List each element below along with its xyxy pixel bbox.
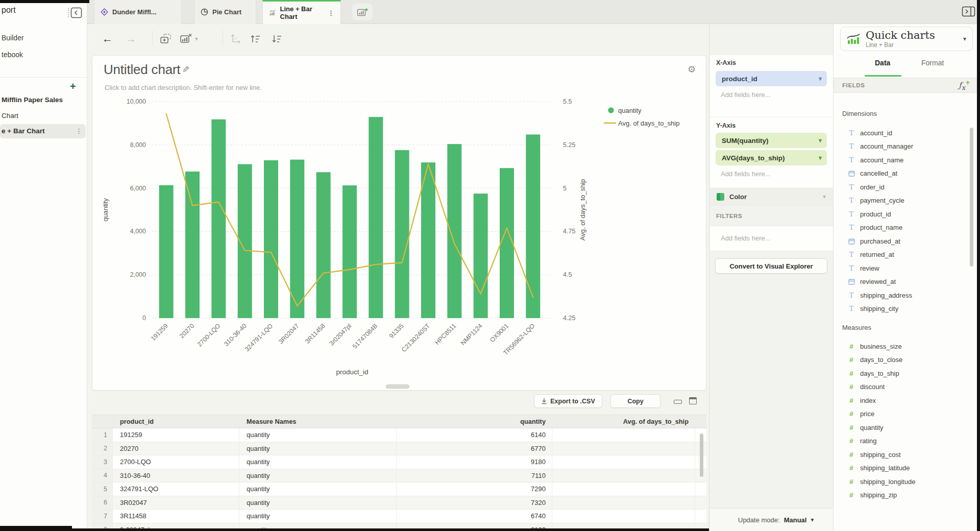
kebab-menu-icon[interactable]: ⋮ xyxy=(76,127,82,135)
tab-dunder-mifflin[interactable]: Dunder Miffl... xyxy=(94,0,182,24)
tab-data[interactable]: Data xyxy=(875,59,890,67)
chevron-down-icon[interactable]: ▾ xyxy=(811,516,814,523)
y-axis-add-fields[interactable]: Add fields here... xyxy=(721,170,771,178)
filters-add-fields[interactable]: Add fields here... xyxy=(721,234,771,242)
table-scrollbar[interactable] xyxy=(700,433,703,477)
sidebar-item-project[interactable]: Mifflin Paper Sales xyxy=(2,96,63,104)
sort-descending-button[interactable] xyxy=(271,32,283,46)
dimension-item[interactable]: Taccount_name xyxy=(834,153,977,167)
measure-name: shipping_cost xyxy=(860,451,901,458)
sort-ascending-button[interactable] xyxy=(249,32,261,46)
table-cell: 191259 xyxy=(113,428,239,442)
add-chart-icon xyxy=(159,33,173,45)
chart-resize-handle[interactable] xyxy=(386,384,409,389)
measure-item[interactable]: #shipping_cost xyxy=(834,448,977,462)
table-row[interactable]: 73R11458quantity6740 xyxy=(92,510,706,523)
dimension-item[interactable]: Tshipping_city xyxy=(834,302,977,316)
table-row[interactable]: 5324791-LQOquantity7290 xyxy=(92,482,706,496)
export-csv-button[interactable]: Export to .CSV xyxy=(534,394,602,408)
results-table[interactable]: product_idMeasure NamesquantityAvg. of d… xyxy=(92,415,706,531)
table-row[interactable]: 220270quantity6770 xyxy=(92,442,706,456)
sidebar-item-line-bar-chart[interactable]: e + Bar Chart ⋮ xyxy=(0,124,86,138)
y-axis-field-pill[interactable]: AVG(days_to_ship) ▾ xyxy=(716,150,827,165)
dimension-item[interactable]: Tshipping_address xyxy=(834,288,977,302)
measure-item[interactable]: #discount xyxy=(834,380,977,394)
panel-toggle-icon[interactable] xyxy=(962,6,975,19)
x-axis-add-fields[interactable]: Add fields here... xyxy=(721,91,771,99)
measure-item[interactable]: #index xyxy=(834,394,977,407)
measure-item[interactable]: #business_size xyxy=(834,340,977,353)
table-row[interactable]: 32700-LQOquantity9180 xyxy=(92,455,706,469)
dimension-name: payment_cycle xyxy=(860,197,904,204)
dimension-item[interactable]: Treturned_at xyxy=(834,248,977,262)
table-row[interactable]: 4310-36-40quantity7110 xyxy=(92,469,706,483)
measure-item[interactable]: #quantity xyxy=(834,421,977,435)
dimension-item[interactable]: reviewed_at xyxy=(834,275,977,289)
dimension-name: shipping_address xyxy=(860,292,912,299)
dimension-item[interactable]: Taccount_id xyxy=(834,126,977,140)
copy-button[interactable]: Copy xyxy=(610,394,660,408)
dimension-item[interactable]: Tproduct_id xyxy=(834,207,977,221)
fields-scrollbar[interactable] xyxy=(970,128,973,267)
right-axis-tick: 4.25 xyxy=(563,315,575,322)
measure-item[interactable]: #rating xyxy=(834,435,977,448)
dimension-item[interactable]: cancelled_at xyxy=(834,167,977,181)
x-axis-field-pill[interactable]: product_id ▾ xyxy=(716,71,827,86)
measure-item[interactable]: #shipping_latitude xyxy=(834,462,977,475)
dimension-item[interactable]: Treview xyxy=(834,261,977,275)
convert-to-visual-explorer-button[interactable]: Convert to Visual Explorer xyxy=(715,258,827,274)
measure-item[interactable]: #shipping_longitude xyxy=(834,475,977,489)
dimension-item[interactable]: Tproduct_name xyxy=(834,221,977,235)
sidebar-item-notebook[interactable]: tebook xyxy=(2,51,23,59)
table-cell: quantity xyxy=(239,496,397,510)
tab-menu-icon[interactable]: ⋮ xyxy=(328,9,334,17)
table-cell: 9180 xyxy=(397,455,552,469)
measure-item[interactable]: #days_to_close xyxy=(834,353,977,367)
tab-pie-chart[interactable]: Pie Chart xyxy=(194,0,256,24)
table-row[interactable]: 1191259quantity6140 xyxy=(92,428,706,442)
dimension-name: account_id xyxy=(860,129,892,137)
measure-item[interactable]: #days_to_ship xyxy=(834,367,977,380)
table-row[interactable]: 63R02047quantity7320 xyxy=(92,496,706,510)
fields-section-header: FIELDS ƒx+ xyxy=(834,78,977,93)
y-axis-field-pill[interactable]: SUM(quantity) ▾ xyxy=(716,133,827,148)
color-row[interactable]: Color ▾ xyxy=(710,188,833,205)
measures-label: Measures xyxy=(842,324,871,331)
back-button[interactable]: ← xyxy=(102,32,113,46)
table-cell: 6770 xyxy=(397,442,552,455)
text-type-icon: T xyxy=(848,197,855,204)
new-chart-button[interactable] xyxy=(352,4,373,20)
chart-type-selector[interactable]: Quick charts Line + Bar ▾ xyxy=(840,27,973,51)
maximize-icon[interactable] xyxy=(689,397,697,404)
minimize-icon[interactable] xyxy=(674,400,682,404)
sidebar-item-builder[interactable]: Builder xyxy=(2,34,24,42)
bar xyxy=(211,119,226,318)
bar xyxy=(290,160,304,318)
collapse-sidebar-icon[interactable] xyxy=(68,7,82,21)
number-type-icon: # xyxy=(848,451,855,458)
swap-axes-button[interactable] xyxy=(230,32,242,46)
measure-name: days_to_ship xyxy=(860,370,899,377)
measure-item[interactable]: #shipping_zip xyxy=(834,489,977,502)
bar xyxy=(342,185,357,318)
measure-item[interactable]: #price xyxy=(834,407,977,421)
forward-button[interactable]: → xyxy=(126,32,136,46)
dimension-item[interactable]: purchased_at xyxy=(834,234,977,248)
chart-options-button[interactable]: ▾ xyxy=(180,32,198,46)
sidebar-item-pie-chart[interactable]: Chart xyxy=(2,112,18,119)
tab-format[interactable]: Format xyxy=(921,59,944,67)
tab-line-bar-chart[interactable]: Line + Bar Chart ⋮ xyxy=(262,0,341,24)
add-page-button[interactable]: + xyxy=(70,81,76,92)
chart-canvas[interactable]: 04.252,0004.54,0004.756,00058,0005.2510,… xyxy=(92,56,706,392)
x-axis-tick: 3R02047 xyxy=(277,322,300,345)
dimension-item[interactable]: Tpayment_cycle xyxy=(834,194,977,208)
formula-add-icon[interactable]: ƒx+ xyxy=(959,79,970,91)
table-cell: quantity xyxy=(239,482,397,496)
dimension-item[interactable]: Torder_id xyxy=(834,180,977,194)
dimension-item[interactable]: Taccount_manager xyxy=(834,140,977,154)
measure-name: price xyxy=(860,410,874,418)
add-chart-button[interactable] xyxy=(159,32,173,46)
x-axis-title: product_id xyxy=(336,368,368,376)
bar xyxy=(185,172,200,318)
update-mode-value[interactable]: Manual xyxy=(784,516,807,524)
